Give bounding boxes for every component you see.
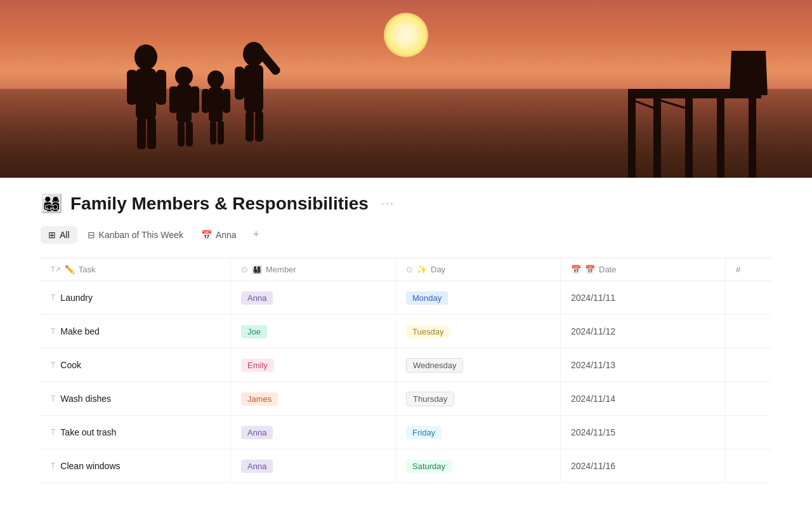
add-view-button[interactable]: + xyxy=(247,224,266,245)
data-table: T↗ ✏️ Task ⊙ 👨‍👩‍👧‍👦 Member ⊙ ✨ Day 📅 📅 … xyxy=(41,258,771,483)
task-cell: T Cook xyxy=(41,349,231,382)
svg-rect-29 xyxy=(717,98,724,178)
svg-rect-14 xyxy=(202,89,209,113)
hash-cell xyxy=(726,349,776,382)
hash-cell xyxy=(726,382,776,415)
day-tag[interactable]: Friday xyxy=(406,426,442,439)
view-tab-anna[interactable]: 📅 Anna xyxy=(193,226,244,244)
svg-rect-16 xyxy=(210,121,216,145)
view-tab-kanban[interactable]: ⊟ Kanban of This Week xyxy=(80,226,191,244)
svg-rect-7 xyxy=(176,84,192,123)
svg-rect-26 xyxy=(628,98,636,178)
table-row[interactable]: T Make bed Joe Tuesday 2024/11/12 xyxy=(41,315,771,349)
table-header: T↗ ✏️ Task ⊙ 👨‍👩‍👧‍👦 Member ⊙ ✨ Day 📅 📅 … xyxy=(41,258,771,281)
hash-cell xyxy=(726,281,776,314)
date-cell: 2024/11/13 xyxy=(561,349,726,382)
date-value: 2024/11/16 xyxy=(571,461,615,471)
kanban-icon: ⊟ xyxy=(88,230,95,240)
member-tag[interactable]: Joe xyxy=(241,325,267,338)
day-cell: Tuesday xyxy=(396,315,561,348)
task-cell: T Wash dishes xyxy=(41,382,231,415)
svg-rect-4 xyxy=(137,117,146,149)
svg-rect-8 xyxy=(169,86,178,113)
view-kanban-label: Kanban of This Week xyxy=(99,230,183,240)
hash-cell xyxy=(726,449,776,482)
page-content: 👨‍👩‍👧‍👦 Family Members & Responsibilitie… xyxy=(0,178,812,483)
table-row[interactable]: T Clean windows Anna Saturday 2024/11/16 xyxy=(41,449,771,483)
dock-silhouette xyxy=(615,51,774,178)
date-cell: 2024/11/15 xyxy=(561,416,726,449)
day-tag[interactable]: Monday xyxy=(406,291,448,305)
member-tag[interactable]: Anna xyxy=(241,426,273,439)
svg-rect-2 xyxy=(127,70,137,105)
date-cell: 2024/11/12 xyxy=(561,315,726,348)
task-cell: T Make bed xyxy=(41,315,231,348)
member-cell: Anna xyxy=(231,416,396,449)
view-all-label: All xyxy=(60,230,70,240)
type-text-icon: T xyxy=(51,293,55,302)
svg-rect-11 xyxy=(186,121,193,147)
type-text-icon: T xyxy=(51,361,55,369)
hash-label: # xyxy=(736,265,740,274)
task-col-emoji: ✏️ xyxy=(65,265,75,274)
table-row[interactable]: T Wash dishes James Thursday 2024/11/14 xyxy=(41,382,771,416)
day-col-label: Day xyxy=(431,265,445,274)
member-col-label: Member xyxy=(266,265,296,274)
table-row[interactable]: T Take out trash Anna Friday 2024/11/15 xyxy=(41,416,771,449)
svg-rect-25 xyxy=(730,51,768,95)
day-cell: Friday xyxy=(396,416,561,449)
view-tab-all[interactable]: ⊞ All xyxy=(41,226,77,244)
type-text-icon: T xyxy=(51,394,55,403)
page-title-row: 👨‍👩‍👧‍👦 Family Members & Responsibilitie… xyxy=(41,193,771,214)
svg-rect-27 xyxy=(653,98,661,178)
member-cell: Emily xyxy=(231,349,396,382)
column-hash: # xyxy=(726,258,776,281)
svg-rect-17 xyxy=(218,121,224,145)
hash-cell xyxy=(726,416,776,449)
member-tag[interactable]: Emily xyxy=(241,359,274,372)
table-row[interactable]: T Laundry Anna Monday 2024/11/11 xyxy=(41,281,771,315)
page-emoji: 👨‍👩‍👧‍👦 xyxy=(41,193,63,214)
date-value: 2024/11/12 xyxy=(571,326,615,336)
task-name: Take out trash xyxy=(60,427,116,437)
member-tag[interactable]: James xyxy=(241,392,278,406)
type-text-icon: T xyxy=(51,462,55,470)
day-tag[interactable]: Saturday xyxy=(406,460,452,473)
silhouette-group xyxy=(108,19,311,159)
day-tag[interactable]: Wednesday xyxy=(406,358,463,373)
table-row[interactable]: T Cook Emily Wednesday 2024/11/13 xyxy=(41,349,771,382)
day-cell: Thursday xyxy=(396,382,561,415)
task-cell: T Laundry xyxy=(41,281,231,314)
day-tag[interactable]: Thursday xyxy=(406,392,454,406)
svg-rect-1 xyxy=(136,69,156,119)
task-cell: T Clean windows xyxy=(41,449,231,482)
column-member: ⊙ 👨‍👩‍👧‍👦 Member xyxy=(231,258,396,281)
task-name: Clean windows xyxy=(60,461,120,471)
day-col-emoji: ✨ xyxy=(417,265,427,274)
view-anna-label: Anna xyxy=(216,230,237,240)
member-cell: James xyxy=(231,382,396,415)
column-date: 📅 📅 Date xyxy=(561,258,726,281)
day-cell: Saturday xyxy=(396,449,561,482)
hash-cell xyxy=(726,315,776,348)
day-tag[interactable]: Tuesday xyxy=(406,325,450,338)
type-text-icon: T xyxy=(51,428,55,437)
svg-rect-3 xyxy=(156,70,166,105)
day-cell: Monday xyxy=(396,281,561,314)
svg-rect-10 xyxy=(178,121,185,147)
day-col-icon: ⊙ xyxy=(406,265,413,274)
date-value: 2024/11/14 xyxy=(571,394,615,404)
more-options-button[interactable]: ··· xyxy=(376,194,400,213)
svg-rect-23 xyxy=(255,111,263,142)
member-tag[interactable]: Anna xyxy=(241,460,273,473)
hero-banner xyxy=(0,0,812,178)
member-tag[interactable]: Anna xyxy=(241,291,273,305)
svg-rect-5 xyxy=(147,117,156,149)
svg-point-12 xyxy=(207,70,224,88)
svg-point-6 xyxy=(175,67,193,86)
svg-point-0 xyxy=(134,44,157,70)
date-cell: 2024/11/14 xyxy=(561,382,726,415)
column-task: T↗ ✏️ Task xyxy=(41,258,231,281)
member-cell: Joe xyxy=(231,315,396,348)
date-value: 2024/11/11 xyxy=(571,293,615,303)
